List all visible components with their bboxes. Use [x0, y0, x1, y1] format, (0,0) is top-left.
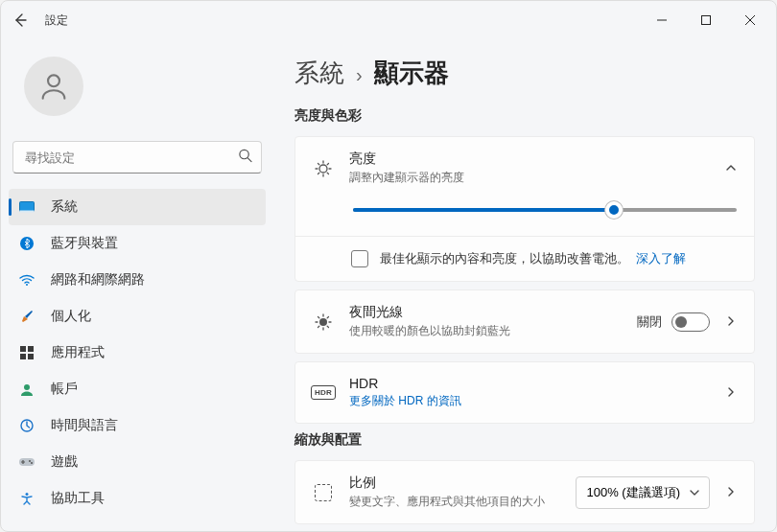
sidebar-label: 時間與語言 — [51, 417, 118, 434]
nightlight-toggle-wrap: 關閉 — [637, 312, 710, 332]
accessibility-icon — [18, 490, 35, 507]
apps-icon — [18, 344, 35, 361]
main-content: 系統 › 顯示器 亮度與色彩 亮度 調整內建顯示器的亮度 — [273, 39, 776, 531]
sidebar-label: 協助工具 — [51, 490, 105, 507]
section-scale-layout: 縮放與配置 — [294, 431, 755, 449]
scale-select[interactable]: 100% (建議選項) — [576, 476, 710, 509]
brightness-title: 亮度 — [349, 150, 710, 168]
scale-title: 比例 — [349, 474, 560, 492]
sidebar-label: 網路和網際網路 — [51, 271, 145, 289]
svg-rect-9 — [20, 354, 26, 359]
clock-icon — [18, 417, 35, 434]
chevron-right-icon — [725, 313, 737, 331]
search-input[interactable] — [12, 141, 262, 173]
hdr-card[interactable]: HDR HDR 更多關於 HDR 的資訊 — [294, 361, 755, 424]
hdr-icon: HDR — [313, 385, 334, 400]
section-brightness-color: 亮度與色彩 — [294, 107, 755, 125]
svg-rect-3 — [20, 202, 35, 212]
svg-rect-10 — [28, 354, 34, 359]
optimize-label: 最佳化顯示的內容和亮度，以協助改善電池。 — [380, 251, 629, 266]
nightlight-subtitle: 使用較暖的顏色以協助封鎖藍光 — [349, 323, 622, 339]
sidebar-label: 系統 — [51, 198, 78, 216]
brightness-slider[interactable] — [353, 201, 737, 219]
nightlight-toggle[interactable] — [671, 312, 710, 332]
hdr-link[interactable]: 更多關於 HDR 的資訊 — [349, 394, 461, 407]
svg-point-6 — [26, 284, 28, 286]
user-avatar[interactable] — [24, 57, 83, 116]
gamepad-icon — [18, 453, 35, 471]
sidebar-item-apps[interactable]: 應用程式 — [9, 335, 266, 371]
maximize-icon — [701, 15, 711, 25]
sidebar-label: 應用程式 — [51, 344, 105, 361]
breadcrumb-parent[interactable]: 系統 — [294, 57, 344, 90]
sidebar-item-accounts[interactable]: 帳戶 — [9, 371, 266, 407]
minimize-button[interactable] — [640, 5, 684, 35]
minimize-icon — [657, 15, 667, 25]
hdr-badge: HDR — [311, 385, 336, 400]
sidebar-item-privacy[interactable]: 隱私權與安全性 — [9, 517, 266, 523]
nightlight-card[interactable]: 夜間光線 使用較暖的顏色以協助封鎖藍光 關閉 — [294, 289, 755, 354]
person-icon — [37, 70, 70, 103]
sidebar-item-time-language[interactable]: 時間與語言 — [9, 407, 266, 444]
hdr-title: HDR — [349, 376, 710, 391]
brightness-subtitle: 調整內建顯示器的亮度 — [349, 170, 710, 186]
titlebar: 設定 — [1, 1, 776, 39]
page-title: 顯示器 — [374, 57, 449, 90]
window-controls — [640, 5, 772, 35]
nightlight-state-label: 關閉 — [637, 313, 662, 331]
brightness-card: 亮度 調整內建顯示器的亮度 最佳化顯示的內容和亮度，以協助改善電池。 — [294, 136, 755, 282]
svg-point-18 — [319, 318, 327, 326]
chevron-up-icon — [725, 160, 737, 177]
scale-icon — [313, 484, 334, 501]
bluetooth-icon — [18, 235, 35, 252]
sidebar-item-personalization[interactable]: 個人化 — [9, 298, 266, 335]
system-icon — [18, 198, 35, 216]
sidebar-item-gaming[interactable]: 遊戲 — [9, 444, 266, 480]
chevron-right-icon — [725, 484, 737, 501]
scale-subtitle: 變更文字、應用程式與其他項目的大小 — [349, 494, 560, 510]
nightlight-icon — [313, 312, 334, 332]
svg-point-14 — [29, 460, 31, 462]
learn-more-link[interactable]: 深入了解 — [636, 251, 686, 266]
sidebar-item-bluetooth[interactable]: 藍牙與裝置 — [9, 225, 266, 262]
chevron-right-icon — [725, 384, 737, 402]
brightness-header[interactable]: 亮度 調整內建顯示器的亮度 — [295, 137, 754, 199]
svg-point-15 — [31, 462, 33, 464]
settings-window: 設定 系統 — [0, 0, 777, 532]
nav: 系統 藍牙與裝置 網路和網際網路 個人化 應用程式 — [9, 189, 266, 523]
account-icon — [18, 381, 35, 398]
svg-point-11 — [24, 384, 30, 390]
sidebar-item-network[interactable]: 網路和網際網路 — [9, 262, 266, 298]
svg-rect-8 — [28, 346, 34, 352]
sidebar-label: 個人化 — [51, 308, 91, 325]
maximize-button[interactable] — [684, 5, 728, 35]
svg-point-16 — [26, 493, 29, 496]
scale-card[interactable]: 比例 變更文字、應用程式與其他項目的大小 100% (建議選項) — [294, 460, 755, 524]
wifi-icon — [18, 271, 35, 289]
optimize-checkbox[interactable] — [351, 250, 368, 267]
breadcrumb-chevron-icon: › — [356, 64, 363, 86]
sidebar-label: 帳戶 — [51, 381, 78, 398]
sidebar-item-system[interactable]: 系統 — [9, 189, 266, 225]
close-icon — [745, 15, 755, 25]
sidebar: 系統 藍牙與裝置 網路和網際網路 個人化 應用程式 — [1, 39, 273, 531]
svg-point-1 — [48, 75, 59, 86]
body: 系統 藍牙與裝置 網路和網際網路 個人化 應用程式 — [1, 39, 776, 531]
sidebar-label: 藍牙與裝置 — [51, 235, 118, 252]
chevron-down-icon — [690, 488, 699, 497]
svg-rect-4 — [20, 211, 35, 213]
brightness-optimize-row: 最佳化顯示的內容和亮度，以協助改善電池。 深入了解 — [295, 236, 754, 281]
window-title: 設定 — [45, 12, 68, 29]
sidebar-label: 遊戲 — [51, 453, 78, 471]
close-button[interactable] — [728, 5, 772, 35]
sidebar-item-accessibility[interactable]: 協助工具 — [9, 480, 266, 517]
slider-thumb[interactable] — [605, 201, 623, 219]
scale-selected-value: 100% (建議選項) — [586, 484, 680, 501]
sun-icon — [313, 159, 334, 178]
svg-point-17 — [319, 165, 327, 173]
svg-rect-7 — [20, 346, 26, 352]
slider-fill — [353, 208, 614, 212]
back-button[interactable] — [5, 5, 35, 35]
svg-rect-0 — [702, 16, 711, 25]
back-arrow-icon — [12, 12, 28, 28]
